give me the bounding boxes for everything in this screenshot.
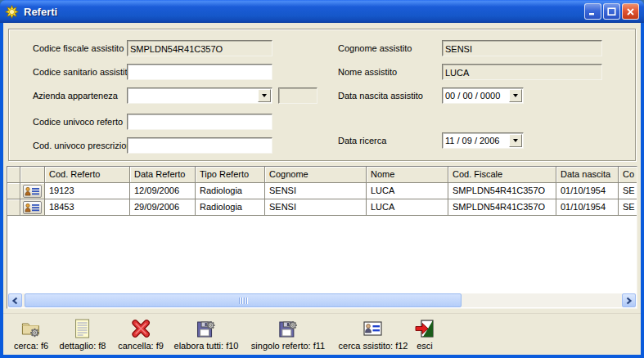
grid-icon-column-header [20, 167, 45, 183]
table-cell[interactable]: SENSI [265, 199, 367, 216]
chevron-down-icon [262, 94, 267, 97]
data-nascita-dropdown-button[interactable] [509, 89, 522, 102]
title-bar: Referti [0, 0, 644, 23]
column-header-clipped[interactable]: Co [619, 167, 637, 183]
cerca-assistito-button[interactable]: cerca ssistito: f12 [339, 317, 408, 351]
azienda-combobox[interactable] [127, 87, 272, 104]
azienda-dropdown-button[interactable] [258, 89, 271, 102]
grid-header-row: Cod. Referto Data Referto Tipo Referto C… [7, 167, 637, 183]
table-cell[interactable]: SE [619, 183, 637, 199]
chevron-down-icon [513, 139, 518, 142]
nome-label: Nome assistito [338, 67, 397, 77]
table-cell[interactable]: 12/09/2006 [130, 183, 196, 199]
cognome-label: Cognome assistito [338, 43, 412, 53]
minimize-icon [588, 7, 597, 16]
table-cell[interactable]: SENSI [265, 183, 367, 199]
table-cell[interactable]: 01/10/1954 [556, 199, 619, 216]
bottom-toolbar: cerca: f6 dettaglio: f8 [3, 313, 641, 355]
id-card-icon [362, 317, 385, 340]
cognome-field: SENSI [442, 40, 602, 56]
cod-univoco-prescrizione-input[interactable] [127, 137, 272, 154]
esci-label: esci [417, 341, 433, 351]
patient-card-icon [25, 186, 40, 196]
nome-field: LUCA [442, 64, 602, 80]
row-icon-cell [20, 183, 45, 199]
results-grid: Cod. Referto Data Referto Tipo Referto C… [7, 166, 637, 309]
minimize-button[interactable] [584, 3, 601, 20]
azienda-label: Azienda apparteneza [33, 91, 118, 101]
cod-univoco-prescrizione-label: Cod. univoco prescrizione [33, 141, 137, 150]
column-header-tipo-referto[interactable]: Tipo Referto [196, 167, 265, 183]
table-cell[interactable]: 18453 [45, 199, 130, 216]
floppy-gear-icon [277, 317, 299, 340]
floppy-gear-icon [195, 317, 218, 340]
table-cell[interactable]: 01/10/1954 [556, 183, 619, 199]
codice-sanitario-input[interactable] [127, 64, 272, 80]
table-cell[interactable]: SE [619, 199, 637, 216]
codice-univoco-referto-label: Codice univoco referto [33, 117, 123, 127]
cerca-label: cerca: f6 [14, 341, 48, 351]
table-cell[interactable]: SMPLDN54R41C357O [448, 199, 556, 216]
exit-door-icon [413, 317, 436, 340]
data-ricerca-value: 11 / 09 / 2006 [444, 134, 509, 147]
chevron-left-icon [11, 297, 19, 305]
table-cell[interactable]: 19123 [45, 183, 130, 199]
scroll-left-button[interactable] [8, 293, 22, 307]
horizontal-scrollbar[interactable] [8, 293, 636, 307]
chevron-down-icon [513, 94, 518, 97]
maximize-button[interactable] [603, 3, 620, 20]
table-cell[interactable]: SMPLDN54R41C357O [448, 183, 556, 199]
azienda-combobox-value [128, 89, 258, 102]
table-cell[interactable]: LUCA [367, 199, 448, 216]
scroll-right-button[interactable] [622, 293, 636, 307]
cancella-label: cancella: f9 [118, 341, 164, 351]
singolo-referto-label: singolo referto: f11 [251, 341, 325, 351]
codice-sanitario-label: Codice sanitario assistito [33, 67, 133, 77]
row-selector[interactable] [7, 183, 20, 199]
chevron-right-icon [625, 297, 633, 305]
singolo-referto-button[interactable]: singolo referto: f11 [251, 317, 325, 351]
row-icon-cell [20, 199, 45, 216]
column-header-cod-fiscale[interactable]: Cod. Fiscale [448, 167, 556, 183]
data-ricerca-label: Data ricerca [338, 136, 386, 145]
scrollbar-thumb[interactable] [25, 293, 462, 307]
client-area: Codice fiscale assistito SMPLDN54R41C357… [3, 23, 641, 355]
column-header-data-nascita[interactable]: Data nascita [556, 167, 619, 183]
table-cell[interactable]: Radiologia [196, 183, 265, 199]
dettaglio-button[interactable]: dettaglio: f8 [60, 317, 106, 351]
codice-univoco-referto-input[interactable] [127, 114, 272, 130]
referti-window: Referti Codice fiscale assistito SMPLDN5… [0, 0, 644, 358]
cerca-button[interactable]: cerca: f6 [14, 317, 48, 351]
data-ricerca-combobox[interactable]: 11 / 09 / 2006 [442, 132, 524, 149]
column-header-cod-referto[interactable]: Cod. Referto [45, 167, 130, 183]
open-referto-button[interactable] [23, 185, 42, 198]
open-referto-button[interactable] [23, 201, 42, 214]
codice-fiscale-label: Codice fiscale assistito [33, 43, 124, 53]
table-row[interactable]: 19123 12/09/2006 Radiologia SENSI LUCA S… [7, 183, 637, 199]
table-row[interactable]: 18453 29/09/2006 Radiologia SENSI LUCA S… [7, 199, 637, 216]
data-nascita-value: 00 / 00 / 0000 [444, 89, 509, 102]
azienda-code-field [278, 87, 317, 104]
row-selector[interactable] [7, 199, 20, 216]
column-header-data-referto[interactable]: Data Referto [130, 167, 196, 183]
data-ricerca-dropdown-button[interactable] [509, 134, 522, 147]
grid-corner [7, 167, 20, 183]
cerca-assistito-label: cerca ssistito: f12 [339, 341, 408, 351]
maximize-icon [607, 7, 616, 16]
cancella-button[interactable]: cancella: f9 [118, 317, 164, 351]
window-title: Referti [24, 6, 583, 18]
data-nascita-combobox[interactable]: 00 / 00 / 0000 [442, 87, 524, 104]
close-button[interactable] [622, 3, 639, 20]
table-cell[interactable]: 29/09/2006 [130, 199, 196, 216]
app-sun-icon [5, 5, 19, 19]
elabora-tutti-button[interactable]: elabora tutti: f10 [174, 317, 239, 351]
esci-button[interactable]: esci [413, 317, 436, 351]
column-header-nome[interactable]: Nome [367, 167, 448, 183]
scrollbar-grip-icon [239, 298, 247, 304]
table-cell[interactable]: LUCA [367, 183, 448, 199]
elabora-tutti-label: elabora tutti: f10 [174, 341, 239, 351]
column-header-cognome[interactable]: Cognome [265, 167, 367, 183]
table-cell[interactable]: Radiologia [196, 199, 265, 216]
data-nascita-label: Data nascita assistito [338, 91, 423, 101]
dettaglio-label: dettaglio: f8 [60, 341, 106, 351]
